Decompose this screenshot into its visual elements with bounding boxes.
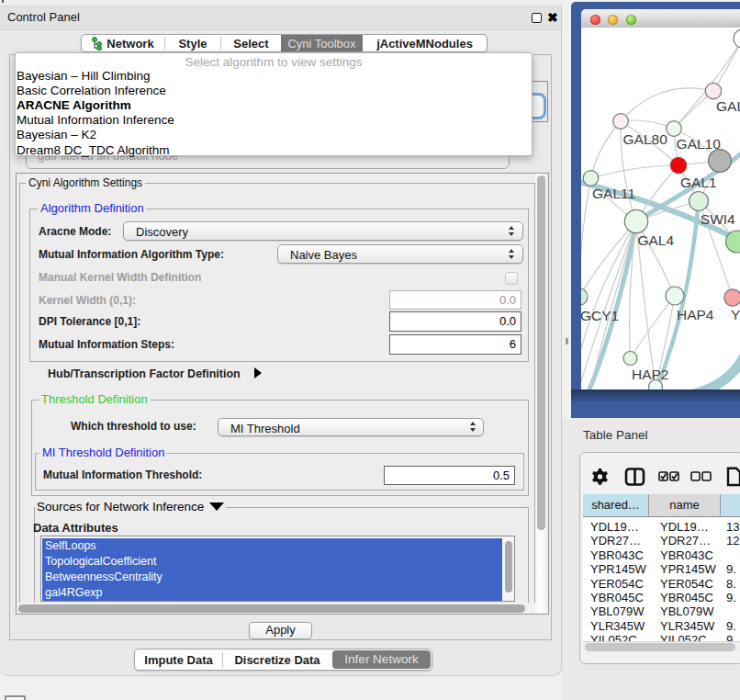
svg-text:GAL7: GAL7	[716, 98, 740, 114]
svg-text:GAL80: GAL80	[623, 131, 668, 147]
svg-text:GAL1: GAL1	[680, 175, 717, 190]
svg-text:GAL11: GAL11	[592, 186, 635, 201]
svg-text:GAL10: GAL10	[677, 136, 722, 152]
svg-text:HAP2: HAP2	[632, 367, 669, 382]
svg-text:GAL4: GAL4	[637, 232, 674, 248]
svg-text:YM: YM	[731, 307, 740, 322]
svg-text:HAP4: HAP4	[677, 307, 714, 322]
svg-text:GCY1: GCY1	[581, 308, 619, 323]
svg-text:SWI4: SWI4	[701, 211, 735, 227]
